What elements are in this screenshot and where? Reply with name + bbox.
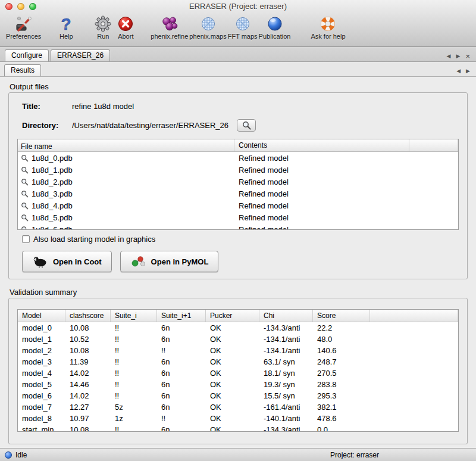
tab-erraser-26[interactable]: ERRASER_26 <box>51 49 110 61</box>
toolbar-label: Abort <box>118 33 133 40</box>
cell-chi: -134.3/anti <box>259 425 313 432</box>
toolbar-label: phenix.refine <box>151 33 188 40</box>
browse-directory-button[interactable] <box>237 119 256 132</box>
main-tab-bar: Configure ERRASER_26 ◀ ▶ × <box>0 47 476 62</box>
toolbar-button-run[interactable]: Run <box>93 14 112 40</box>
toolbar-button-ask-for-help[interactable]: Ask for help <box>311 14 345 40</box>
minimize-window-button[interactable] <box>17 3 24 10</box>
cell-score: 140.6 <box>313 346 370 355</box>
validation-row[interactable]: model_6 14.02 !! 6n OK 15.5/ syn 295.3 <box>18 390 458 401</box>
column-header-file-name[interactable]: File name <box>18 139 234 151</box>
validation-table: Model clashscore Suite_i Suite_i+1 Pucke… <box>17 309 459 432</box>
coot-icon <box>32 255 48 268</box>
open-in-pymol-label: Open in PyMOL <box>151 257 209 266</box>
tab-results[interactable]: Results <box>4 64 41 76</box>
status-left: Idle <box>5 451 27 459</box>
title-bar[interactable]: ERRASER (Project: erraser) <box>0 0 476 13</box>
column-header-score[interactable]: Score <box>313 310 370 322</box>
open-in-coot-button[interactable]: Open in Coot <box>22 251 112 272</box>
file-row[interactable]: 1u8d_3.pdb Refined model <box>18 188 458 200</box>
column-header-contents[interactable]: Contents <box>234 139 409 151</box>
cell-model: model_8 <box>18 414 65 423</box>
file-row[interactable]: 1u8d_5.pdb Refined model <box>18 211 458 223</box>
validation-table-header: Model clashscore Suite_i Suite_i+1 Pucke… <box>18 310 458 322</box>
toolbar-label: Publication <box>259 33 291 40</box>
cell-pucker: OK <box>206 357 259 366</box>
close-window-button[interactable] <box>5 3 12 10</box>
file-contents: Refined model <box>234 166 409 175</box>
validation-row[interactable]: start_min 10.08 !! 6n OK -134.3/anti 0.0 <box>18 424 458 432</box>
status-text: Idle <box>15 451 27 459</box>
subtab-scroll-left-icon[interactable]: ◀ <box>456 68 461 74</box>
open-buttons-row: Open in Coot Open in PyMOL <box>22 251 459 272</box>
cell-pucker: OK <box>206 346 259 355</box>
toolbar-label: Help <box>60 33 73 40</box>
title-row: Title: refine 1u8d model <box>22 101 459 111</box>
validation-row[interactable]: model_7 12.27 5z 6n OK -161.4/anti 382.1 <box>18 401 458 413</box>
cell-clashscore: 10.97 <box>65 414 111 423</box>
tab-scroll-right-icon[interactable]: ▶ <box>456 53 460 59</box>
validation-row[interactable]: model_8 10.97 1z !! OK -140.1/anti 478.6 <box>18 413 458 424</box>
magnifier-icon <box>21 166 29 174</box>
zoom-window-button[interactable] <box>29 3 36 10</box>
cell-chi: -134.3/anti <box>259 323 313 332</box>
cell-model: model_0 <box>18 323 65 332</box>
validation-row[interactable]: model_4 14.02 !! 6n OK 18.1/ syn 270.5 <box>18 367 458 379</box>
file-name: 1u8d_6.pdb <box>32 225 73 230</box>
file-row[interactable]: 1u8d_1.pdb Refined model <box>18 164 458 176</box>
cell-pucker: OK <box>206 391 259 400</box>
toolbar-button-abort[interactable]: Abort <box>116 14 135 40</box>
toolbar-button-fft-maps[interactable]: FFT maps <box>228 14 258 40</box>
file-contents: Refined model <box>234 189 409 198</box>
tab-close-icon[interactable]: × <box>465 54 470 59</box>
subtab-scroll-right-icon[interactable]: ▶ <box>466 68 470 74</box>
open-in-pymol-button[interactable]: Open in PyMOL <box>120 251 219 272</box>
magnifier-icon <box>21 190 29 198</box>
file-row[interactable]: 1u8d_0.pdb Refined model <box>18 152 458 164</box>
validation-row[interactable]: model_2 10.08 !! !! OK -134.1/anti 140.6 <box>18 345 458 356</box>
cell-suite-i: 5z <box>111 403 157 412</box>
validation-row[interactable]: model_0 10.08 !! 6n OK -134.3/anti 22.2 <box>18 322 458 334</box>
column-header-empty[interactable] <box>409 139 458 151</box>
toolbar-button-help[interactable]: ? Help <box>57 14 76 40</box>
tab-configure[interactable]: Configure <box>5 49 49 61</box>
file-list: File name Contents <box>17 139 459 230</box>
column-header-chi[interactable]: Chi <box>259 310 313 322</box>
validation-table-body: model_0 10.08 !! 6n OK -134.3/anti 22.2 … <box>18 322 458 432</box>
cell-suite-i1: 6n <box>157 380 206 389</box>
validation-row[interactable]: model_1 10.52 !! 6n OK -134.1/anti 48.0 <box>18 334 458 345</box>
column-header-clashscore[interactable]: clashscore <box>65 310 111 322</box>
cell-clashscore: 12.27 <box>65 403 111 412</box>
cell-suite-i: 1z <box>111 414 157 423</box>
file-row[interactable]: 1u8d_6.pdb Refined model <box>18 223 458 230</box>
pymol-icon <box>130 255 146 268</box>
file-name: 1u8d_2.pdb <box>32 177 73 186</box>
cell-clashscore: 14.46 <box>65 380 111 389</box>
cell-suite-i1: !! <box>157 414 206 423</box>
cell-chi: 18.1/ syn <box>259 369 313 378</box>
validation-row[interactable]: model_3 11.39 !! 6n OK 63.1/ syn 248.7 <box>18 356 458 367</box>
tab-scroll-left-icon[interactable]: ◀ <box>447 53 451 59</box>
validation-row[interactable]: model_5 14.46 !! 6n OK 19.3/ syn 283.8 <box>18 379 458 390</box>
file-row[interactable]: 1u8d_4.pdb Refined model <box>18 200 458 211</box>
help-icon: ? <box>57 14 76 33</box>
cell-suite-i1: 6n <box>157 323 206 332</box>
title-value: refine 1u8d model <box>72 102 134 111</box>
cell-pucker: OK <box>206 403 259 412</box>
cell-model: start_min <box>18 425 65 432</box>
toolbar-button-phenix-maps[interactable]: phenix.maps <box>189 14 226 40</box>
column-header-pucker[interactable]: Pucker <box>206 310 259 322</box>
cell-chi: -134.1/anti <box>259 346 313 355</box>
cell-chi: 63.1/ syn <box>259 357 313 366</box>
toolbar-button-phenix-refine[interactable]: phenix.refine <box>151 14 188 40</box>
cell-score: 22.2 <box>313 323 370 332</box>
load-starting-model-checkbox[interactable] <box>22 235 30 243</box>
file-row[interactable]: 1u8d_2.pdb Refined model <box>18 176 458 188</box>
column-header-model[interactable]: Model <box>18 310 65 322</box>
column-header-suite-i[interactable]: Suite_i <box>111 310 157 322</box>
fft-maps-icon <box>233 14 252 33</box>
toolbar-button-publication[interactable]: Publication <box>259 14 291 40</box>
toolbar-button-preferences[interactable]: Preferences <box>6 14 41 40</box>
cell-suite-i1: !! <box>157 346 206 355</box>
column-header-suite-i1[interactable]: Suite_i+1 <box>157 310 206 322</box>
